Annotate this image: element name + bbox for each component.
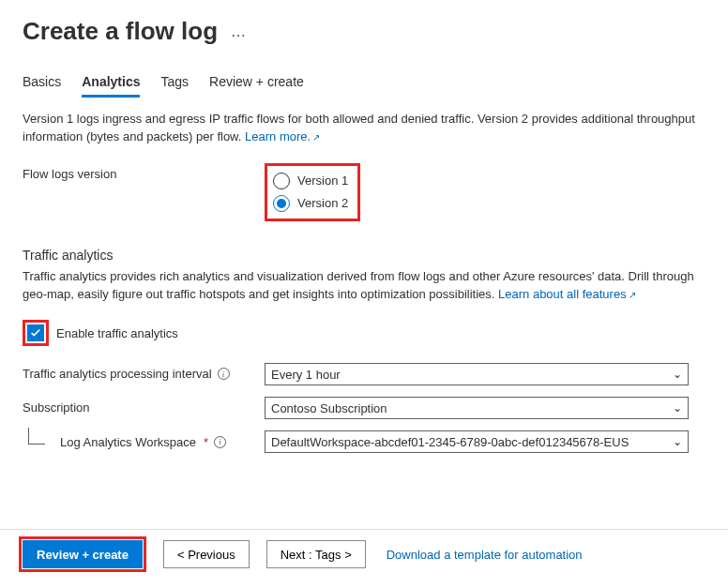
- subscription-label: Subscription: [23, 397, 265, 415]
- footer-separator: [0, 529, 728, 530]
- interval-select[interactable]: Every 1 hour ⌄: [265, 363, 689, 385]
- next-button[interactable]: Next : Tags >: [266, 540, 366, 568]
- version-description: Version 1 logs ingress and egress IP tra…: [23, 111, 705, 146]
- version-radio-group: Version 1 Version 2: [265, 163, 360, 221]
- required-asterisk: *: [204, 435, 208, 449]
- download-template-link[interactable]: Download a template for automation: [387, 548, 583, 562]
- footer-bar: Review + create < Previous Next : Tags >…: [19, 536, 709, 572]
- more-icon[interactable]: ⋯: [231, 26, 246, 44]
- subscription-value: Contoso Subscription: [271, 401, 387, 415]
- info-icon[interactable]: i: [214, 436, 226, 448]
- learn-features-link[interactable]: Learn about all features↗: [498, 287, 636, 301]
- enable-ta-highlight: [23, 320, 49, 346]
- chevron-down-icon: ⌄: [673, 368, 682, 381]
- traffic-analytics-description: Traffic analytics provides rich analytic…: [23, 268, 705, 304]
- workspace-value: DefaultWorkspace-abcdef01-2345-6789-0abc…: [271, 435, 629, 449]
- review-button-highlight: Review + create: [19, 536, 146, 572]
- learn-more-link[interactable]: Learn more.↗: [245, 129, 320, 143]
- workspace-label: Log Analytics Workspace: [60, 435, 196, 449]
- enable-ta-label: Enable traffic analytics: [56, 326, 178, 340]
- radio-icon: [273, 195, 290, 212]
- chevron-down-icon: ⌄: [673, 401, 682, 415]
- interval-label: Traffic analytics processing interval: [23, 367, 212, 381]
- previous-button[interactable]: < Previous: [163, 540, 250, 568]
- flow-version-label: Flow logs version: [23, 163, 265, 181]
- version-desc-text: Version 1 logs ingress and egress IP tra…: [23, 112, 695, 143]
- radio-version-2[interactable]: Version 2: [273, 192, 348, 215]
- tab-tags[interactable]: Tags: [160, 74, 189, 98]
- external-link-icon: ↗: [629, 290, 636, 300]
- workspace-select[interactable]: DefaultWorkspace-abcdef01-2345-6789-0abc…: [265, 430, 689, 453]
- tab-analytics[interactable]: Analytics: [82, 74, 140, 98]
- page-title: Create a flow log: [23, 17, 218, 46]
- info-icon[interactable]: i: [218, 368, 230, 380]
- tab-basics[interactable]: Basics: [23, 74, 61, 98]
- chevron-down-icon: ⌄: [673, 435, 682, 448]
- tab-bar: Basics Analytics Tags Review + create: [23, 74, 705, 98]
- tab-review-create[interactable]: Review + create: [209, 74, 304, 98]
- radio-label-v1: Version 1: [297, 173, 348, 188]
- radio-version-1[interactable]: Version 1: [273, 170, 348, 192]
- interval-value: Every 1 hour: [271, 368, 341, 382]
- review-create-button[interactable]: Review + create: [23, 540, 143, 568]
- enable-ta-checkbox[interactable]: [27, 324, 44, 341]
- tree-indent-icon: [28, 428, 45, 445]
- subscription-select[interactable]: Contoso Subscription ⌄: [265, 397, 689, 419]
- radio-label-v2: Version 2: [297, 196, 348, 210]
- traffic-analytics-heading: Traffic analytics: [23, 248, 705, 263]
- check-icon: [29, 326, 42, 339]
- external-link-icon: ↗: [312, 132, 320, 143]
- radio-icon: [273, 173, 290, 189]
